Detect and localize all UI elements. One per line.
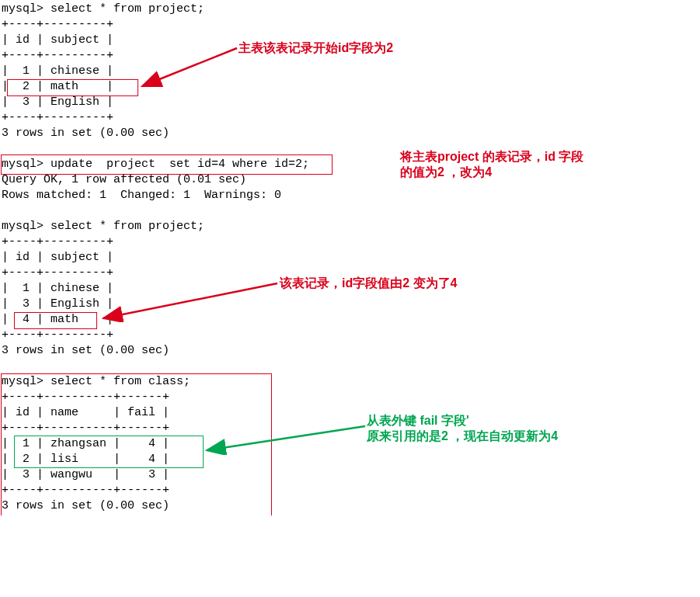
- table-row: | 3 | English |: [2, 297, 113, 311]
- table-border: +----+---------+: [2, 111, 113, 124]
- table-row: | 2 | lisi | 4 |: [2, 453, 169, 466]
- rows-footer: 3 rows in set (0.00 sec): [2, 127, 169, 140]
- table-border: +----+---------+: [2, 18, 113, 31]
- query-result: Rows matched: 1 Changed: 1 Warnings: 0: [2, 189, 281, 202]
- table-border: +----+----------+------+: [2, 484, 169, 497]
- table-row: | 3 | English |: [2, 95, 113, 109]
- table-row: | 4 | math |: [2, 313, 113, 326]
- sql-prompt-3: mysql> select * from project;: [2, 220, 204, 233]
- table-border: +----+---------+: [2, 235, 113, 248]
- table-row: | 1 | zhangsan | 4 |: [2, 437, 169, 450]
- table-row: | 3 | wangwu | 3 |: [2, 468, 169, 481]
- sql-block-1: mysql> select * from project; +----+----…: [2, 2, 698, 514]
- rows-footer: 3 rows in set (0.00 sec): [2, 344, 169, 357]
- table-border: +----+----------+------+: [2, 422, 169, 435]
- table-border: +----+----------+------+: [2, 390, 169, 404]
- sql-prompt-4: mysql> select * from class;: [2, 375, 190, 388]
- table-header: | id | subject |: [2, 33, 113, 47]
- sql-prompt-1: mysql> select * from project;: [2, 2, 204, 16]
- sql-prompt-2: mysql> update project set id=4 where id=…: [2, 158, 309, 171]
- table-row: | 1 | chinese |: [2, 282, 113, 295]
- table-row: | 1 | chinese |: [2, 64, 113, 78]
- rows-footer: 3 rows in set (0.00 sec): [2, 499, 169, 512]
- table-border: +----+---------+: [2, 328, 113, 342]
- table-border: +----+---------+: [2, 49, 113, 62]
- table-row: | 2 | math |: [2, 80, 113, 93]
- table-border: +----+---------+: [2, 266, 113, 279]
- query-result: Query OK, 1 row affected (0.01 sec): [2, 173, 246, 186]
- mysql-output-container: mysql> select * from project; +----+----…: [2, 2, 698, 514]
- table-header: | id | name | fail |: [2, 406, 169, 419]
- table-header: | id | subject |: [2, 251, 113, 264]
